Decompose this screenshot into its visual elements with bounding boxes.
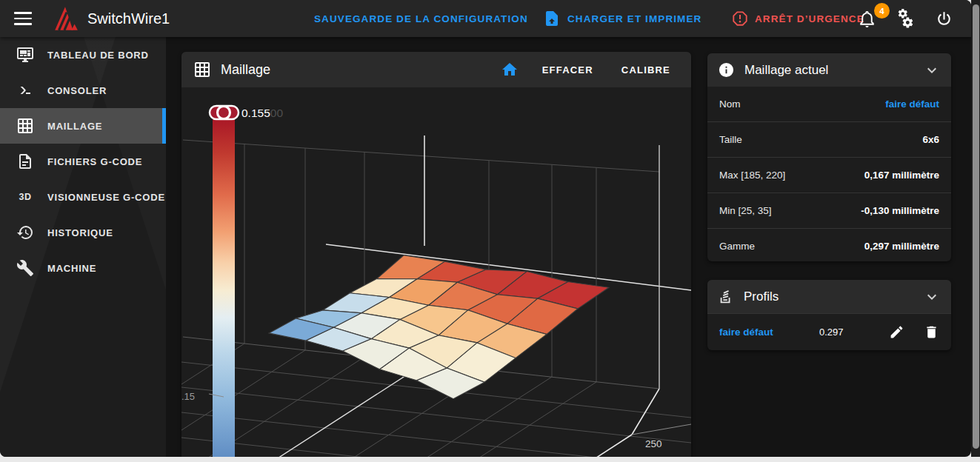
mesh-info-row-max: Max [185, 220] 0,167 millimètre (707, 157, 951, 192)
cogs-icon (895, 9, 915, 29)
scrollbar-track[interactable] (971, 0, 980, 457)
profiles-title: Profils (744, 289, 923, 304)
sidebar-item-history[interactable]: HISTORIQUE (0, 215, 166, 250)
colorbar-slider-label: 0.15500 (241, 107, 283, 119)
notifications-button[interactable] (858, 0, 876, 37)
profiles-panel: Profils faire défaut 0.297 (707, 280, 951, 350)
x-axis-max-label: 250 (645, 438, 662, 449)
settings-button[interactable] (895, 0, 915, 37)
chevron-down-icon[interactable] (923, 288, 941, 306)
mesh-info-row-range: Gamme 0,297 millimètre (707, 228, 951, 261)
profiles-stack-icon (718, 289, 734, 305)
upload-print-button[interactable]: CHARGER ET IMPRIMER (543, 0, 701, 37)
sidebar-item-console[interactable]: CONSOLER (0, 73, 166, 108)
current-mesh-panel: Maillage actuel Nom faire défaut Taille … (707, 53, 951, 261)
profiles-header: Profils (707, 280, 951, 313)
delete-profile-button[interactable] (924, 324, 939, 340)
sidebar-item-machine[interactable]: MACHINE (0, 250, 166, 286)
app-window: SwitchWire1 SAUVEGARDE DE LA CONFIGURATI… (0, 0, 971, 457)
mesh-info-row-min: Min [25, 35] -0,130 millimètre (707, 192, 951, 228)
info-icon (718, 61, 735, 78)
scrollbar-thumb[interactable] (973, 4, 979, 449)
file-icon (16, 153, 34, 170)
pencil-icon (889, 324, 904, 340)
current-mesh-header: Maillage actuel (707, 53, 951, 87)
mesh-info-row-size: Taille 6x6 (707, 121, 951, 157)
mesh-name-link[interactable]: faire défaut (885, 98, 939, 110)
save-config-button[interactable]: SAUVEGARDE DE LA CONFIGURATION (314, 0, 528, 37)
mesh-info-row-name: Nom faire défaut (707, 87, 951, 121)
calibrate-button[interactable]: CALIBRE (613, 58, 679, 81)
profile-name-link[interactable]: faire défaut (719, 327, 819, 338)
sidebar-item-mesh[interactable]: MAILLAGE (0, 108, 166, 144)
current-mesh-title: Maillage actuel (744, 63, 923, 78)
notification-badge: 4 (874, 3, 890, 19)
sidebar-item-label: HISTORIQUE (47, 227, 113, 238)
console-icon (16, 81, 34, 99)
emergency-stop-button[interactable]: ARRÊT D’URGENCE (732, 0, 864, 37)
power-icon (935, 10, 953, 28)
sidebar-item-label: TABLEAU DE BORD (47, 50, 149, 61)
printer-name: SwitchWire1 (87, 0, 170, 37)
top-bar: SwitchWire1 SAUVEGARDE DE LA CONFIGURATI… (0, 0, 971, 37)
slider-handle[interactable] (218, 107, 230, 119)
file-upload-icon (543, 10, 561, 27)
sidebar-item-gcode-viewer[interactable]: 3D VISIONNEUSE G-CODE (0, 179, 166, 215)
home-icon (501, 61, 519, 78)
history-icon (16, 224, 34, 241)
sidebar-item-label: MAILLAGE (47, 121, 102, 132)
profile-row: faire défaut 0.297 (707, 313, 951, 350)
mainsail-logo (52, 0, 80, 37)
chevron-down-icon[interactable] (923, 61, 941, 79)
profile-range-value: 0.297 (819, 327, 889, 338)
3d-icon: 3D (16, 188, 34, 206)
grid-icon (16, 117, 34, 135)
mesh-panel: Maillage EFFACER CALIBRE (181, 52, 691, 457)
mesh-panel-header: Maillage EFFACER CALIBRE (181, 52, 691, 87)
sidebar-item-dashboard[interactable]: TABLEAU DE BORD (0, 37, 166, 73)
sidebar-item-label: MACHINE (47, 263, 96, 274)
colorbar-range-slider[interactable] (210, 106, 239, 119)
power-button[interactable] (935, 0, 953, 37)
clear-mesh-button[interactable]: EFFACER (533, 58, 602, 81)
wrench-icon (16, 259, 34, 277)
dashboard-icon (16, 46, 34, 64)
mesh-panel-title: Maillage (221, 62, 270, 78)
grid-icon (193, 61, 211, 78)
sail-logo-icon (52, 4, 80, 33)
alert-octagon-icon (732, 10, 748, 27)
trash-icon (924, 324, 939, 340)
sidebar: TABLEAU DE BORD CONSOLER MAILLAGE FICHIE… (0, 37, 166, 457)
sidebar-item-gcode-files[interactable]: FICHIERS G-CODE (0, 144, 166, 179)
sidebar-item-label: VISIONNEUSE G-CODE (47, 192, 165, 203)
colorbar (213, 118, 235, 457)
home-button[interactable] (496, 56, 523, 83)
z-axis-bottom-tick: -0.15 (181, 391, 195, 402)
edit-profile-button[interactable] (889, 324, 904, 340)
sidebar-item-label: FICHIERS G-CODE (47, 156, 142, 167)
menu-icon[interactable] (12, 0, 34, 37)
heightmap-3d-plot[interactable]: -0.15 250 0.15500 (181, 87, 691, 457)
sidebar-item-label: CONSOLER (47, 85, 107, 96)
